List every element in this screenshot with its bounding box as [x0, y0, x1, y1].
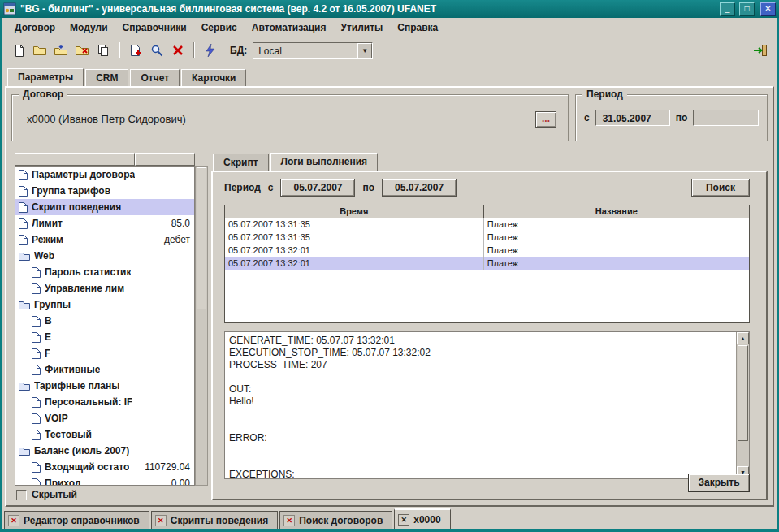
- db-label: БД:: [230, 45, 247, 56]
- chevron-down-icon[interactable]: ▼: [357, 43, 372, 58]
- main-tab-3[interactable]: Карточки: [181, 69, 246, 86]
- document-icon: [32, 397, 41, 408]
- document-icon: [32, 462, 41, 473]
- tree-item-17[interactable]: Баланс (июль 2007): [15, 443, 194, 459]
- search-contract-icon[interactable]: [147, 41, 167, 60]
- script-tab-1[interactable]: Логи выполнения: [270, 153, 379, 171]
- tree-item-13[interactable]: Тарифные планы: [15, 378, 194, 394]
- tree-item-2[interactable]: Скрипт поведения: [15, 199, 194, 215]
- tree-item-6[interactable]: Пароль статистик: [15, 264, 194, 280]
- main-tab-1[interactable]: CRM: [85, 69, 128, 86]
- script-panel: СкриптЛоги выполнения Период с 05.07.200…: [211, 153, 768, 500]
- bottom-tab-3[interactable]: ✕x0000: [394, 508, 450, 529]
- delete-folder-icon[interactable]: [72, 41, 92, 60]
- search-button[interactable]: Поиск: [691, 179, 750, 197]
- tree-item-14[interactable]: Персональный: IF: [15, 394, 194, 410]
- folder-icon: [19, 382, 30, 391]
- close-tab-icon[interactable]: ✕: [283, 515, 295, 526]
- cell-time: 05.07.2007 13:31:35: [225, 218, 484, 231]
- close-tab-icon[interactable]: ✕: [8, 515, 19, 526]
- menu-item-6[interactable]: Справка: [390, 19, 445, 36]
- tree-scrollbar-thumb[interactable]: [197, 167, 206, 309]
- menu-item-5[interactable]: Утилиты: [333, 19, 390, 36]
- document-icon: [19, 186, 28, 197]
- table-row-1[interactable]: 05.07.2007 13:31:35Платеж: [225, 231, 749, 244]
- minimize-button[interactable]: _: [720, 2, 735, 16]
- scroll-up-icon[interactable]: ▲: [737, 332, 749, 344]
- tree-item-11[interactable]: F: [15, 345, 194, 361]
- period-to-field[interactable]: [693, 110, 759, 126]
- new-document-icon[interactable]: [9, 41, 28, 60]
- hidden-checkbox[interactable]: [16, 490, 27, 500]
- tree-item-5[interactable]: Web: [15, 248, 194, 264]
- menu-item-3[interactable]: Сервис: [194, 19, 245, 36]
- tree-item-value: дебет: [164, 234, 194, 245]
- contract-tree-panel: Параметры договораГруппа тарифовСкрипт п…: [15, 153, 208, 486]
- delete-contract-icon[interactable]: [168, 41, 188, 60]
- tree-item-label: Лимит: [32, 218, 63, 229]
- main-tab-2[interactable]: Отчет: [130, 69, 180, 86]
- db-select-value: Local: [253, 43, 357, 58]
- log-scrollbar-thumb[interactable]: [738, 345, 748, 441]
- main-tab-0[interactable]: Параметры: [7, 68, 84, 86]
- tree-item-16[interactable]: Тестовый: [15, 426, 194, 443]
- menu-item-4[interactable]: Автоматизация: [245, 19, 334, 36]
- close-tab-icon[interactable]: ✕: [155, 515, 167, 526]
- script-tab-0[interactable]: Скрипт: [213, 154, 269, 171]
- close-button[interactable]: ✕: [760, 2, 776, 16]
- table-row-2[interactable]: 05.07.2007 13:32:01Платеж: [225, 244, 749, 257]
- close-panel-button[interactable]: Закрыть: [688, 474, 750, 492]
- contract-value: x0000 (Иванов Петр Сидорович): [27, 113, 186, 125]
- table-row-0[interactable]: 05.07.2007 13:31:35Платеж: [225, 218, 749, 231]
- log-table: ВремяНазвание 05.07.2007 13:31:35Платеж0…: [224, 205, 750, 323]
- tree-item-7[interactable]: Управление лим: [15, 280, 194, 296]
- tree-item-10[interactable]: E: [15, 329, 194, 345]
- table-row-3[interactable]: 05.07.2007 13:32:01Платеж: [225, 257, 749, 270]
- menu-item-0[interactable]: Договор: [7, 19, 63, 36]
- column-header-0[interactable]: Время: [225, 205, 484, 218]
- column-header-1[interactable]: Название: [484, 205, 749, 218]
- tree-item-9[interactable]: B: [15, 313, 194, 329]
- folder-icon: [19, 447, 30, 456]
- copy-icon[interactable]: [93, 41, 113, 60]
- tree-item-19[interactable]: Приход0.00: [15, 475, 194, 486]
- document-icon: [19, 218, 28, 229]
- menu-item-1[interactable]: Модули: [63, 19, 115, 36]
- db-select[interactable]: Local ▼: [253, 42, 373, 59]
- close-tab-icon[interactable]: ✕: [398, 514, 409, 526]
- import-folder-icon[interactable]: [51, 41, 71, 60]
- toolbar-icons: [9, 41, 220, 60]
- title-bar: "BG - биллинг" - универсальная биллингов…: [0, 0, 779, 18]
- document-icon: [32, 413, 41, 424]
- tree-item-label: Параметры договора: [32, 169, 135, 180]
- bottom-tab-label: Редактор справочников: [24, 515, 140, 526]
- tree-item-12[interactable]: Фиктивные: [15, 361, 194, 378]
- tree-scrollbar[interactable]: [195, 166, 208, 486]
- period-from-field[interactable]: 31.05.2007: [595, 110, 670, 126]
- tree-item-0[interactable]: Параметры договора: [15, 167, 194, 183]
- add-contract-icon[interactable]: [126, 41, 145, 60]
- open-folder-icon[interactable]: [30, 41, 50, 60]
- tree-item-3[interactable]: Лимит85.0: [15, 215, 194, 231]
- menu-item-2[interactable]: Справочники: [115, 19, 194, 36]
- bottom-tab-1[interactable]: ✕Скрипты поведения: [151, 511, 278, 529]
- tree-item-label: Тарифные планы: [34, 380, 119, 391]
- tree-item-label: Входящий остато: [45, 461, 129, 473]
- period-from-label: с: [584, 112, 590, 123]
- tree-item-18[interactable]: Входящий остато110729.04: [15, 459, 194, 475]
- filter-to-date[interactable]: 05.07.2007: [382, 179, 457, 197]
- tree-item-4[interactable]: Режимдебет: [15, 231, 194, 248]
- cell-name: Платеж: [484, 257, 749, 270]
- tree-item-8[interactable]: Группы: [15, 296, 194, 313]
- bottom-tab-2[interactable]: ✕Поиск договоров: [279, 511, 392, 529]
- bottom-tab-0[interactable]: ✕Редактор справочников: [4, 511, 149, 529]
- tree-item-1[interactable]: Группа тарифов: [15, 183, 194, 199]
- exit-icon[interactable]: [751, 41, 770, 60]
- log-scrollbar[interactable]: ▲ ▼: [736, 332, 749, 478]
- run-script-icon[interactable]: [201, 41, 220, 60]
- tree-item-15[interactable]: VOIP: [15, 410, 194, 426]
- bottom-tab-label: Скрипты поведения: [171, 515, 268, 526]
- maximize-button[interactable]: □: [739, 2, 755, 16]
- contract-browse-button[interactable]: ...: [535, 111, 556, 128]
- filter-from-date[interactable]: 05.07.2007: [280, 179, 355, 197]
